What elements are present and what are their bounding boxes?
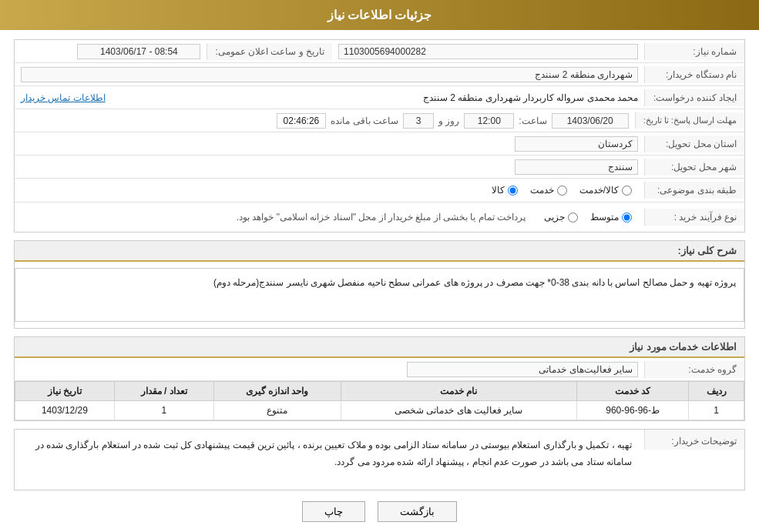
category-radio-service[interactable]: [557, 186, 567, 196]
row-city: شهر محل تحویل:: [15, 156, 744, 179]
deadline-label: مهلت ارسال پاسخ: تا تاریخ:: [635, 112, 744, 129]
announcement-input[interactable]: [77, 44, 200, 59]
col-header-unit: واحد اندازه گیری: [213, 382, 341, 401]
page-wrapper: جزئیات اطلاعات نیاز شماره نیاز: تاریخ و …: [0, 0, 759, 532]
cell-row-num: 1: [689, 401, 744, 420]
cell-date: 1403/12/29: [15, 401, 115, 420]
city-value: [15, 156, 644, 178]
process-radio-medium[interactable]: [622, 212, 632, 223]
row-need-number: شماره نیاز: تاریخ و ساعت اعلان عمومی:: [15, 40, 744, 63]
category-label-goods: کالا: [492, 185, 505, 196]
category-option-goods: کالا: [492, 185, 518, 196]
row-creator: ایجاد کننده درخواست: محمد محمدی سرواله ک…: [15, 86, 744, 109]
announcement-label: تاریخ و ساعت اعلان عمومی:: [207, 43, 332, 60]
buyer-desc-box: تهیه ، تکمیل و بارگذاری استعلام بیوستی د…: [21, 433, 638, 487]
category-radio-goods[interactable]: [508, 186, 518, 196]
col-header-date: تاریخ نیاز: [15, 382, 115, 401]
province-input[interactable]: [515, 136, 638, 152]
services-table: ردیف کد خدمت نام خدمت واحد اندازه گیری ت…: [15, 381, 744, 420]
row-category: طبقه بندی موضوعی: کالا/خدمت خدمت: [15, 179, 744, 202]
category-label-goods-service: کالا/خدمت: [579, 185, 619, 196]
countdown-value: 02:46:26: [277, 113, 327, 129]
process-label-medium: متوسط: [590, 212, 619, 223]
need-desc-section: شرح کلی نیاز: پروژه تهیه و حمل مصالح اسا…: [14, 240, 745, 329]
buyer-desc-text: تهیه ، تکمیل و بارگذاری استعلام بیوستی د…: [35, 440, 632, 467]
category-label: طبقه بندی موضوعی:: [644, 182, 744, 199]
creator-link[interactable]: اطلاعات تماس خریدار: [21, 92, 106, 103]
cell-name: سایر فعالیت های خدماتی شخصی: [341, 401, 577, 420]
creator-label: ایجاد کننده درخواست:: [644, 89, 744, 106]
buyer-org-input[interactable]: [21, 67, 638, 82]
deadline-value: ساعت: روز و ساعت باقی مانده 02:46:26: [15, 110, 635, 132]
need-number-value: [332, 41, 644, 62]
buyer-desc-section: توضیحات خریدار: تهیه ، تکمیل و بارگذاری …: [14, 429, 745, 490]
process-radio-group: متوسط جزیی پرداخت تمام یا بخشی از مبلغ خ…: [21, 206, 638, 229]
deadline-days-input[interactable]: [403, 113, 434, 129]
cell-unit: متنوع: [213, 401, 341, 420]
service-group-label: گروه خدمت:: [644, 361, 744, 378]
category-radio-group: کالا/خدمت خدمت کالا: [21, 182, 638, 199]
buyer-org-value: [15, 64, 644, 85]
col-header-row: ردیف: [689, 382, 744, 401]
process-option-partial: جزیی: [544, 212, 578, 223]
col-header-code: کد خدمت: [577, 382, 689, 401]
row-process: نوع فرآیند خرید : متوسط جزیی پرداخت تمام…: [15, 202, 744, 232]
province-label: استان محل تحویل:: [644, 136, 744, 152]
process-label-partial: جزیی: [544, 212, 565, 223]
row-service-group: گروه خدمت:: [15, 358, 744, 381]
service-group-value: [15, 359, 644, 380]
row-buyer-desc: توضیحات خریدار: تهیه ، تکمیل و بارگذاری …: [15, 430, 744, 490]
cell-qty: 1: [114, 401, 213, 420]
deadline-time-label: ساعت:: [514, 115, 551, 126]
process-note: پرداخت تمام یا بخشی از مبلغ خریدار از مح…: [230, 209, 532, 226]
buyer-org-label: نام دستگاه خریدار:: [644, 66, 744, 83]
process-value: متوسط جزیی پرداخت تمام یا بخشی از مبلغ خ…: [15, 202, 644, 232]
city-label: شهر محل تحویل:: [644, 159, 744, 176]
category-option-goods-service: کالا/خدمت: [579, 185, 632, 196]
creator-value: محمد محمدی سرواله کاربردار شهرداری منطقه…: [15, 89, 644, 106]
deadline-days-label: روز و: [434, 115, 464, 126]
services-table-head: ردیف کد خدمت نام خدمت واحد اندازه گیری ت…: [15, 382, 744, 401]
city-input[interactable]: [515, 159, 638, 175]
province-value: [15, 133, 644, 155]
category-radio-goods-service[interactable]: [622, 186, 632, 196]
creator-text: محمد محمدی سرواله کاربردار شهرداری منطقه…: [113, 92, 638, 103]
need-number-label: شماره نیاز:: [644, 43, 744, 60]
row-deadline: مهلت ارسال پاسخ: تا تاریخ: ساعت: روز و س…: [15, 109, 744, 132]
main-content: شماره نیاز: تاریخ و ساعت اعلان عمومی: نا…: [0, 30, 759, 532]
process-label: نوع فرآیند خرید :: [644, 209, 744, 226]
category-label-service: خدمت: [530, 185, 554, 196]
back-button[interactable]: بازگشت: [378, 501, 457, 522]
button-row: بازگشت چاپ: [14, 501, 745, 522]
need-desc-text: پروژه تهیه و حمل مصالح اساس با دانه بندی…: [213, 277, 736, 288]
need-desc-box: پروژه تهیه و حمل مصالح اساس با دانه بندی…: [15, 268, 744, 322]
page-title: جزئیات اطلاعات نیاز: [327, 8, 432, 22]
services-table-body: 1 ط-96-96-960 سایر فعالیت های خدماتی شخص…: [15, 401, 744, 420]
deadline-date-input[interactable]: [552, 113, 629, 129]
page-header: جزئیات اطلاعات نیاز: [0, 0, 759, 30]
cell-code: ط-96-96-960: [577, 401, 689, 420]
countdown-label: ساعت باقی مانده: [326, 115, 403, 126]
row-province: استان محل تحویل:: [15, 132, 744, 156]
table-row: 1 ط-96-96-960 سایر فعالیت های خدماتی شخص…: [15, 401, 744, 420]
service-group-input[interactable]: [407, 362, 638, 377]
category-option-service: خدمت: [530, 185, 567, 196]
need-desc-title: شرح کلی نیاز:: [15, 241, 744, 262]
deadline-time-input[interactable]: [464, 113, 514, 129]
category-value: کالا/خدمت خدمت کالا: [15, 179, 644, 202]
process-radio-partial[interactable]: [568, 212, 578, 223]
row-buyer-org: نام دستگاه خریدار:: [15, 63, 744, 86]
announcement-value: [15, 41, 207, 62]
need-number-input[interactable]: [338, 44, 638, 59]
services-title: اطلاعات خدمات مورد نیاز: [15, 337, 744, 358]
buyer-desc-label: توضیحات خریدار:: [644, 430, 744, 450]
buyer-desc-value: تهیه ، تکمیل و بارگذاری استعلام بیوستی د…: [15, 430, 644, 490]
info-section-top: شماره نیاز: تاریخ و ساعت اعلان عمومی: نا…: [14, 39, 745, 233]
col-header-name: نام خدمت: [341, 382, 577, 401]
process-option-medium: متوسط: [590, 212, 632, 223]
services-section: اطلاعات خدمات مورد نیاز گروه خدمت: ردیف …: [14, 336, 745, 421]
services-table-header-row: ردیف کد خدمت نام خدمت واحد اندازه گیری ت…: [15, 382, 744, 401]
col-header-qty: تعداد / مقدار: [114, 382, 213, 401]
print-button[interactable]: چاپ: [302, 501, 365, 522]
